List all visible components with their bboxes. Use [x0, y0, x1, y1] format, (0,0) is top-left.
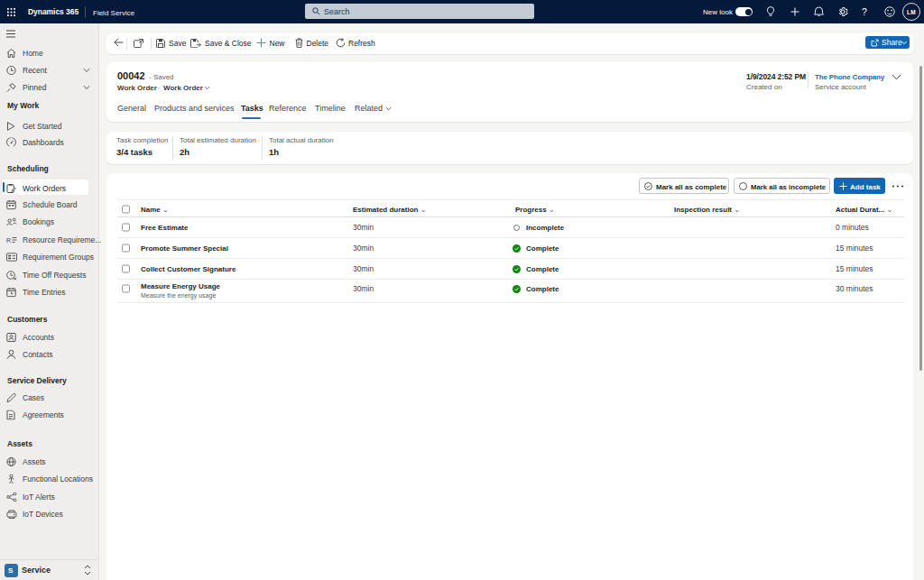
svg-text:R: R — [6, 236, 11, 243]
